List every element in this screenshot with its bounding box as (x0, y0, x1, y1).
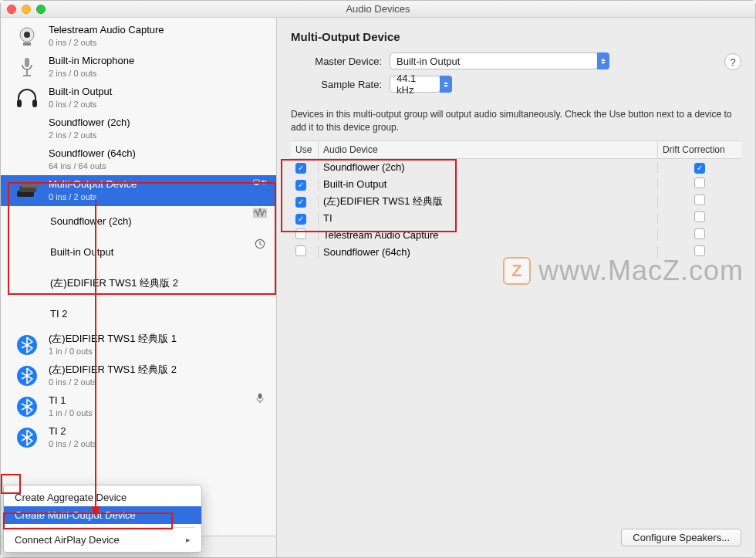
use-checkbox[interactable] (295, 197, 306, 208)
device-table-row[interactable]: TI (291, 210, 741, 227)
device-item[interactable]: (左)EDIFIER TWS1 经典版 20 ins / 2 outs (1, 360, 276, 391)
device-io-label: 2 ins / 2 outs (49, 130, 272, 140)
device-subitem[interactable]: Soundflower (2ch) (1, 206, 276, 237)
window-title: Audio Devices (1, 3, 755, 15)
device-name: Soundflower (64ch) (49, 147, 272, 161)
device-name: Telestream Audio Capture (49, 24, 272, 37)
hint-text: Devices in this multi-output group will … (291, 108, 741, 134)
device-name: Built-in Output (49, 86, 272, 99)
device-cell: Soundflower (2ch) (319, 161, 658, 173)
device-io-label: 0 ins / 2 outs (49, 37, 272, 48)
device-icon (13, 362, 41, 390)
device-cell: (左)EDIFIER TWS1 经典版 (319, 194, 658, 208)
device-io-label: 0 ins / 2 outs (49, 191, 253, 202)
audio-midi-window: Audio Devices Telestream Audio Capture0 … (0, 0, 756, 558)
device-list[interactable]: Telestream Audio Capture0 ins / 2 outsBu… (1, 18, 276, 536)
device-detail-panel: Multi-Output Device ? Master Device: Bui… (277, 18, 755, 557)
device-subitem[interactable]: (左)EDIFIER TWS1 经典版 2 (1, 268, 276, 299)
drift-checkbox[interactable] (694, 211, 705, 222)
drift-checkbox[interactable] (694, 228, 705, 239)
device-io-label: 2 ins / 0 outs (49, 68, 272, 79)
device-table-row[interactable]: (左)EDIFIER TWS1 经典版 (291, 193, 741, 210)
use-checkbox[interactable] (295, 214, 306, 225)
device-name: Multi-Output Device (49, 178, 253, 191)
drift-checkbox[interactable] (694, 194, 705, 205)
drift-checkbox[interactable] (694, 163, 705, 174)
master-device-value: Built-in Output (390, 52, 598, 69)
close-window-button[interactable] (7, 5, 16, 14)
device-item[interactable]: TI 11 in / 0 outs (1, 391, 276, 422)
device-subitem[interactable]: Built-in Output (1, 237, 276, 268)
svg-rect-3 (25, 58, 29, 67)
device-table-row[interactable]: Soundflower (64ch) (291, 244, 741, 261)
device-io-label: 1 in / 0 outs (49, 408, 253, 418)
indicator-icon (253, 208, 272, 218)
device-name: Built-in Output (50, 246, 253, 259)
help-button[interactable]: ? (724, 53, 741, 70)
master-device-row: Master Device: Built-in Output (291, 52, 741, 69)
svg-rect-7 (32, 100, 37, 107)
device-table-header: Use Audio Device Drift Correction (291, 140, 741, 159)
sample-rate-value: 44.1 kHz (390, 76, 440, 93)
menu-item-label: Create Aggregate Device (15, 492, 127, 503)
device-item[interactable]: Built-in Microphone2 ins / 0 outs (1, 52, 276, 83)
device-name: (左)EDIFIER TWS1 经典版 2 (50, 277, 272, 290)
device-cell: Telestream Audio Capture (319, 229, 658, 241)
device-name: Soundflower (2ch) (50, 215, 253, 228)
minimize-window-button[interactable] (22, 5, 31, 14)
device-item[interactable]: TI 20 ins / 2 outs (1, 422, 276, 453)
drift-checkbox[interactable] (694, 245, 705, 256)
use-checkbox[interactable] (295, 228, 306, 239)
svg-point-1 (24, 32, 30, 38)
menu-item[interactable]: Create Aggregate Device (4, 489, 201, 506)
device-table-row[interactable]: Built-in Output (291, 176, 741, 193)
device-item[interactable]: Multi-Output Device0 ins / 2 outs (1, 175, 276, 206)
device-item[interactable]: Soundflower (2ch)2 ins / 2 outs (1, 113, 276, 144)
device-name: TI 2 (49, 425, 272, 438)
menu-separator (10, 527, 195, 528)
menu-item[interactable]: Create Multi-Output Device (4, 506, 201, 524)
use-checkbox[interactable] (295, 245, 306, 256)
device-name: TI 1 (49, 394, 253, 408)
device-table-row[interactable]: Soundflower (2ch) (291, 159, 741, 176)
device-table-body: Soundflower (2ch)Built-in Output(左)EDIFI… (291, 159, 741, 261)
device-item[interactable]: Built-in Output0 ins / 2 outs (1, 83, 276, 113)
device-io-label: 64 ins / 64 outs (49, 161, 272, 171)
device-icon (13, 424, 41, 451)
device-item[interactable]: Soundflower (64ch)64 ins / 64 outs (1, 144, 276, 175)
col-drift[interactable]: Drift Correction (658, 141, 741, 158)
device-item[interactable]: Telestream Audio Capture0 ins / 2 outs (1, 21, 276, 52)
menu-item-label: Connect AirPlay Device (15, 534, 120, 546)
col-use[interactable]: Use (291, 141, 319, 158)
svg-rect-6 (17, 100, 22, 107)
menu-item[interactable]: Connect AirPlay Device▸ (4, 531, 201, 549)
device-io-label: 1 in / 0 outs (49, 346, 272, 357)
configure-speakers-button[interactable]: Configure Speakers... (621, 529, 741, 546)
use-checkbox[interactable] (295, 163, 306, 174)
menu-item-label: Create Multi-Output Device (15, 509, 136, 521)
drift-checkbox[interactable] (694, 178, 705, 188)
zoom-window-button[interactable] (36, 5, 46, 14)
device-io-label: 0 ins / 2 outs (49, 438, 272, 449)
master-device-select[interactable]: Built-in Output (390, 52, 609, 69)
use-checkbox[interactable] (295, 180, 306, 191)
device-icon (13, 84, 41, 112)
device-io-label: 0 ins / 2 outs (49, 99, 272, 110)
output-indicator-icon (253, 177, 272, 188)
col-audio-device[interactable]: Audio Device (319, 141, 658, 158)
device-subitem[interactable]: TI 2 (1, 299, 276, 330)
indicator-icon (253, 393, 272, 404)
select-arrow-icon (440, 76, 452, 93)
sample-rate-row: Sample Rate: 44.1 kHz (291, 76, 741, 93)
svg-rect-18 (258, 394, 262, 399)
device-cell: Soundflower (64ch) (319, 246, 658, 258)
device-item[interactable]: (左)EDIFIER TWS1 经典版 11 in / 0 outs (1, 330, 276, 360)
detail-heading: Multi-Output Device (291, 30, 741, 43)
add-device-menu[interactable]: Create Aggregate DeviceCreate Multi-Outp… (3, 485, 202, 553)
device-cell: Built-in Output (319, 178, 658, 190)
sample-rate-select[interactable]: 44.1 kHz (390, 76, 452, 93)
window-body: Telestream Audio Capture0 ins / 2 outsBu… (1, 18, 755, 557)
window-controls (7, 5, 46, 14)
device-table-row[interactable]: Telestream Audio Capture (291, 227, 741, 244)
select-arrow-icon (597, 52, 609, 69)
